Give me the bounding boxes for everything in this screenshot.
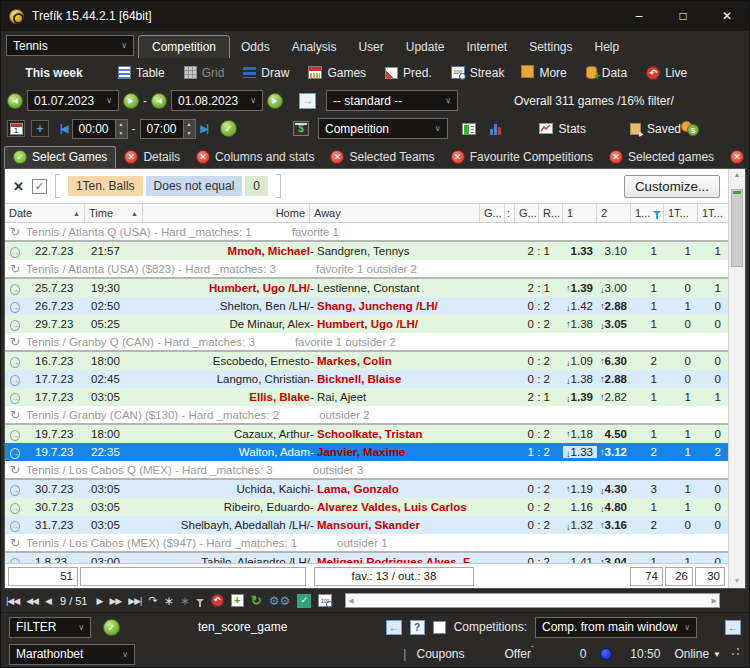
group-row[interactable]: ↻Tennis / Atlanta Q (USA) - Hard _matche… bbox=[5, 223, 728, 242]
col-header-time[interactable]: Time▲ bbox=[85, 204, 143, 222]
col-header-colon[interactable]: : bbox=[505, 204, 515, 222]
date-from-prev-button[interactable]: ◀ bbox=[7, 93, 23, 109]
col-header-g1[interactable]: G... bbox=[480, 204, 505, 222]
apply-range-button[interactable]: → bbox=[299, 93, 316, 109]
collapse-group-icon[interactable]: ↻ bbox=[10, 537, 20, 549]
scroll-up-icon[interactable]: ▲ bbox=[729, 171, 745, 178]
open-match-icon[interactable]: → bbox=[10, 357, 20, 368]
match-row[interactable]: →31.7.2303:05Shelbayh, Abedallah /LH/- M… bbox=[5, 516, 728, 534]
tab-details[interactable]: ✕Details bbox=[116, 147, 188, 168]
live-refresh-icon[interactable]: ↶ bbox=[211, 594, 224, 607]
open-match-icon[interactable]: → bbox=[10, 430, 20, 441]
bookmaker-select[interactable]: Marathonbet ∨ bbox=[9, 644, 135, 665]
data-button[interactable]: Data bbox=[583, 64, 630, 82]
scrollbar-thumb[interactable] bbox=[731, 189, 743, 267]
skip-back-icon[interactable]: |◀ bbox=[60, 123, 67, 134]
fast-next-icon[interactable]: ▶▶ bbox=[109, 596, 121, 606]
match-row[interactable]: →29.7.2305:25De Minaur, Alex- Humbert, U… bbox=[5, 315, 728, 333]
collapse-group-icon[interactable]: ↻ bbox=[10, 464, 20, 476]
col-header-odds2[interactable]: 2 bbox=[597, 204, 631, 222]
remove-filter-icon[interactable]: ✕ bbox=[13, 179, 24, 194]
scroll-left-icon[interactable]: ◀ bbox=[348, 597, 353, 605]
asterisk-icon[interactable]: ∗ bbox=[164, 594, 173, 608]
collapse-group-icon[interactable]: ↻ bbox=[10, 336, 20, 348]
date-to-select[interactable]: 01.08.2023 ∨ bbox=[171, 90, 263, 111]
this-week-label[interactable]: This week bbox=[1, 66, 107, 80]
col-header-home[interactable]: Home bbox=[143, 204, 310, 222]
col-header-result[interactable]: R... bbox=[539, 204, 563, 222]
open-match-icon[interactable]: → bbox=[10, 284, 20, 295]
menu-item-settings[interactable]: Settings bbox=[518, 36, 583, 58]
next-page-icon[interactable]: ▶ bbox=[96, 596, 102, 606]
add-record-icon[interactable]: + bbox=[231, 594, 244, 607]
maximize-button[interactable]: □ bbox=[661, 1, 705, 31]
group-row[interactable]: ↻Tennis / Los Cabos Q (MEX) - Hard _matc… bbox=[5, 461, 728, 480]
time-to-spinner[interactable]: 07:00 ▲▼ bbox=[140, 119, 196, 139]
sport-select[interactable]: Tennis ∨ bbox=[6, 35, 134, 56]
competitions-checkbox[interactable] bbox=[433, 621, 446, 634]
tab-next[interactable]: ✕ bbox=[722, 147, 750, 168]
col-header-away[interactable]: Away bbox=[310, 204, 480, 222]
menu-item-user[interactable]: User bbox=[347, 36, 394, 58]
open-match-icon[interactable]: → bbox=[10, 521, 20, 532]
coins-icon[interactable]: $ bbox=[681, 121, 701, 136]
group-row[interactable]: ↻Tennis / Granby Q (CAN) - Hard _matches… bbox=[5, 333, 728, 352]
match-row[interactable]: →16.7.2318:00Escobedo, Ernesto- Markes, … bbox=[5, 352, 728, 370]
tab-favourite-competitions[interactable]: ✕Favourite Competitions bbox=[443, 147, 601, 168]
menu-item-odds[interactable]: Odds bbox=[230, 36, 281, 58]
draw-button[interactable]: Draw bbox=[240, 64, 292, 82]
group-row[interactable]: ↻Tennis / Los Cabos (MEX) ($947) - Hard … bbox=[5, 534, 728, 553]
collapse-group-icon[interactable]: ↻ bbox=[10, 263, 20, 275]
menu-item-internet[interactable]: Internet bbox=[455, 36, 518, 58]
match-row[interactable]: →19.7.2322:35Walton, Adam- Janvier, Maxi… bbox=[5, 443, 728, 461]
tab-selected-teams[interactable]: ✕Selected Teams bbox=[322, 147, 442, 168]
redo-icon[interactable]: ↷ bbox=[148, 594, 156, 607]
open-match-icon[interactable]: → bbox=[10, 247, 20, 258]
coupons-link[interactable]: Coupons bbox=[416, 647, 464, 661]
saved-button[interactable]: Saved bbox=[630, 122, 681, 136]
games-button[interactable]: Games bbox=[305, 64, 369, 82]
last-page-icon[interactable]: ▶▶| bbox=[128, 596, 141, 606]
open-match-icon[interactable]: → bbox=[10, 503, 20, 514]
tab-selected-games[interactable]: ✕Selected games bbox=[601, 147, 722, 168]
fast-prev-icon[interactable]: ◀◀ bbox=[26, 596, 38, 606]
table-button[interactable]: Table bbox=[115, 64, 168, 82]
match-row[interactable]: →17.7.2303:05Ellis, Blake- Rai, Ajeet2 :… bbox=[5, 388, 728, 406]
money-icon[interactable]: $ bbox=[293, 121, 309, 136]
col-header-1t-b[interactable]: 1T... bbox=[698, 204, 728, 222]
range-preset-select[interactable]: -- standard -- ∨ bbox=[326, 90, 458, 111]
col-header-g2[interactable]: G... bbox=[515, 204, 539, 222]
col-header-date[interactable]: Date▲ bbox=[5, 204, 85, 222]
stats-button[interactable]: Stats bbox=[539, 122, 586, 136]
open-match-icon[interactable]: → bbox=[10, 448, 20, 459]
list-view-icon[interactable] bbox=[462, 123, 476, 135]
more-button[interactable]: More bbox=[520, 64, 569, 82]
calc-search-icon[interactable] bbox=[318, 594, 332, 607]
close-button[interactable]: ✕ bbox=[705, 1, 749, 31]
filter-ok-icon[interactable]: ✓ bbox=[103, 619, 120, 636]
confirm-icon[interactable]: ✓ bbox=[297, 594, 311, 608]
apply-time-button[interactable]: ✓ bbox=[220, 120, 237, 137]
filter-operator-chip[interactable]: Does not equal bbox=[146, 176, 243, 196]
filter-select[interactable]: FILTER ∨ bbox=[9, 617, 91, 638]
date-to-next-button[interactable]: ▶ bbox=[267, 93, 283, 109]
match-row[interactable]: →30.7.2303:05Uchida, Kaichi- Lama, Gonza… bbox=[5, 480, 728, 498]
col-header-1ten[interactable]: 1... bbox=[631, 204, 664, 222]
open-match-icon[interactable]: → bbox=[10, 393, 20, 404]
menu-item-update[interactable]: Update bbox=[395, 36, 456, 58]
open-match-icon[interactable]: → bbox=[10, 320, 20, 331]
spinner-arrows[interactable]: ▲▼ bbox=[183, 120, 195, 138]
scroll-down-icon[interactable]: ▼ bbox=[729, 577, 745, 584]
match-row[interactable]: →1.8.2303:00Tabilo, Alejandro /LH/- Meli… bbox=[5, 553, 728, 563]
customize-button[interactable]: Customize... bbox=[624, 175, 720, 198]
gears-icon[interactable]: ⚙⚙ bbox=[269, 594, 291, 608]
pred-button[interactable]: Pred. bbox=[382, 64, 435, 82]
filter-value-chip[interactable]: 0 bbox=[245, 176, 268, 196]
online-status[interactable]: Online▼ bbox=[674, 647, 721, 661]
group-row[interactable]: ↻Tennis / Atlanta (USA) ($823) - Hard _m… bbox=[5, 260, 728, 279]
collapse-group-icon[interactable]: ↻ bbox=[10, 409, 20, 421]
first-page-icon[interactable]: |◀◀ bbox=[6, 596, 19, 606]
filter-funnel-icon[interactable] bbox=[196, 599, 204, 603]
horizontal-scrollbar[interactable]: ◀ ▶ bbox=[345, 593, 720, 608]
match-row[interactable]: →22.7.2321:57Mmoh, Michael- Sandgren, Te… bbox=[5, 242, 728, 260]
